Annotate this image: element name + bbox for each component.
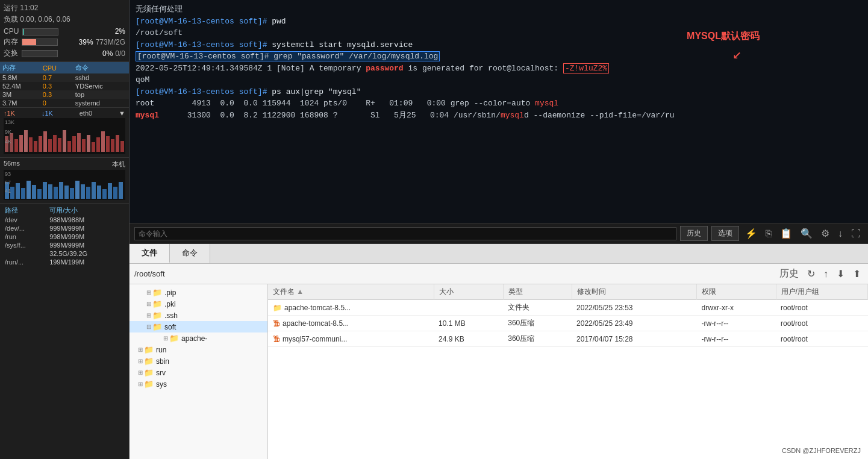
svg-rect-25 — [120, 141, 124, 152]
svg-rect-7 — [34, 141, 37, 152]
svg-rect-20 — [96, 137, 100, 152]
terminal-line: [root@VM-16-13-centos soft]# ps aux|grep… — [136, 86, 862, 98]
svg-rect-21 — [101, 131, 105, 152]
file-perms: drwxr-xr-x — [697, 300, 776, 316]
fm-download-icon[interactable]: ⬇ — [834, 267, 847, 281]
terminal-lines: 无须任何处理[root@VM-16-13-centos soft]# pwd/r… — [136, 4, 862, 121]
process-row[interactable]: 3M0.3top — [0, 90, 129, 99]
tree-item[interactable]: ⊞📁apache- — [130, 333, 267, 344]
disk-row: /dev/...999M/999M — [4, 224, 125, 233]
download-icon[interactable]: ↓ — [835, 227, 845, 240]
file-row[interactable]: 🗜mysql57-communi... 24.9 KB 360压缩 2017/0… — [268, 331, 868, 347]
disk-row: /run/...199M/199M — [4, 258, 125, 266]
folder-icon: 📁 — [152, 299, 162, 308]
tree-label: .ssh — [164, 311, 178, 320]
settings-icon[interactable]: ⚙ — [819, 226, 832, 240]
svg-rect-10 — [48, 139, 52, 152]
fm-col-4[interactable]: 权限 — [697, 284, 776, 300]
disk-table: 路径 可用/大小 /dev988M/988M/dev/...999M/999M/… — [4, 205, 125, 266]
folder-icon: 📁 — [144, 368, 154, 377]
svg-rect-40 — [59, 182, 63, 199]
options-button[interactable]: 选项 — [711, 226, 739, 241]
terminal-input[interactable] — [134, 227, 676, 240]
folder-icon: 📁 — [152, 322, 162, 331]
svg-rect-6 — [29, 137, 33, 152]
csdn-watermark: CSDN @ZJHFOREVERZJ — [782, 447, 861, 454]
tree-expand-icon[interactable]: ⊞ — [138, 346, 143, 353]
tree-item[interactable]: ⊞📁sys — [130, 378, 267, 390]
svg-rect-39 — [54, 187, 58, 199]
terminal-line: [root@VM-16-13-centos soft]# grep "passw… — [136, 51, 862, 63]
terminal-toolbar: 历史 选项 ⚡ ⎘ 📋 🔍 ⚙ ↓ ⛶ — [130, 223, 868, 244]
fm-history-button[interactable]: 历史 — [777, 266, 801, 281]
folder-icon: 📁 — [144, 357, 154, 366]
mysql-arrow: ↙ — [733, 45, 742, 63]
system-info: 运行 11:02 负载 0.00, 0.06, 0.06 CPU 2% 内存 3… — [0, 0, 129, 62]
memory-progress-fill — [22, 39, 36, 45]
process-row[interactable]: 52.4M0.3YDServic — [0, 82, 129, 90]
fm-refresh-icon[interactable]: ↻ — [805, 267, 817, 281]
fm-upload-icon[interactable]: ⬆ — [851, 267, 863, 281]
fm-col-3[interactable]: 修改时间 — [572, 284, 697, 300]
svg-text:41: 41 — [5, 188, 11, 194]
tree-expand-icon[interactable]: ⊞ — [138, 369, 143, 376]
net-dropdown-icon[interactable]: ▼ — [119, 110, 125, 117]
mysql-annotation: MYSQL默认密码 — [687, 30, 760, 43]
net-up-label: ↓1K — [42, 110, 53, 117]
lightning-icon[interactable]: ⚡ — [743, 226, 760, 240]
fm-file-list: 文件名 ▲大小类型修改时间权限用户/用户组 📁apache-tomcat-8.5… — [268, 284, 868, 459]
tree-item[interactable]: ⊞📁sbin — [130, 355, 267, 367]
disk-row: /dev988M/988M — [4, 216, 125, 224]
disk-row: /sys/f...999M/999M — [4, 241, 125, 249]
svg-text:93: 93 — [5, 171, 11, 177]
svg-rect-50 — [113, 187, 117, 199]
svg-rect-47 — [97, 186, 101, 199]
file-name: 🗜mysql57-communi... — [268, 331, 434, 347]
proc-col-cmd: 命令 — [73, 62, 129, 73]
svg-rect-45 — [86, 187, 90, 199]
disk-row: /run998M/999M — [4, 233, 125, 241]
fm-col-5[interactable]: 用户/用户组 — [776, 284, 867, 300]
fm-col-2[interactable]: 类型 — [503, 284, 572, 300]
svg-rect-31 — [10, 187, 14, 199]
tab-files[interactable]: 文件 — [130, 244, 170, 263]
cpu-progress-fill — [23, 29, 23, 35]
tree-expand-icon[interactable]: ⊞ — [146, 301, 151, 307]
memory-value: 39% — [79, 38, 93, 46]
tree-expand-icon[interactable]: ⊞ — [146, 312, 151, 319]
svg-rect-12 — [58, 138, 61, 152]
tree-expand-icon[interactable]: ⊞ — [138, 381, 143, 387]
file-row[interactable]: 🗜apache-tomcat-8.5... 10.1 MB 360压缩 2022… — [268, 316, 868, 331]
svg-text:4K: 4K — [5, 139, 11, 145]
file-perms: -rw-r--r-- — [697, 331, 776, 347]
file-row[interactable]: 📁apache-tomcat-8.5... 文件夹 2022/05/25 23:… — [268, 300, 868, 316]
tree-item[interactable]: ⊞📁srv — [130, 367, 267, 378]
tab-commands[interactable]: 命令 — [170, 244, 210, 263]
tree-item[interactable]: ⊞📁.ssh — [130, 310, 267, 321]
process-section: 内存 CPU 命令 5.8M0.7sshd52.4M0.3YDServic3M0… — [0, 62, 129, 108]
tree-expand-icon[interactable]: ⊞ — [138, 358, 143, 364]
tree-item[interactable]: ⊞📁.pki — [130, 298, 267, 310]
tree-expand-icon[interactable]: ⊟ — [146, 323, 151, 330]
tree-item[interactable]: ⊞📁run — [130, 344, 267, 355]
svg-rect-35 — [32, 185, 36, 199]
tree-item[interactable]: ⊟📁soft — [130, 321, 267, 333]
fm-col-0[interactable]: 文件名 ▲ — [268, 284, 434, 300]
copy-icon[interactable]: ⎘ — [763, 227, 774, 240]
load-label: 负载 0.00, 0.06, 0.06 — [4, 14, 70, 25]
folder-icon: 📁 — [152, 288, 162, 297]
fm-up-icon[interactable]: ↑ — [821, 267, 831, 281]
clipboard-icon[interactable]: 📋 — [778, 226, 795, 240]
search-icon[interactable]: 🔍 — [798, 226, 815, 240]
svg-rect-37 — [43, 182, 47, 199]
history-button[interactable]: 历史 — [680, 226, 708, 241]
tree-expand-icon[interactable]: ⊞ — [146, 289, 151, 296]
process-row[interactable]: 3.7M0systemd — [0, 99, 129, 107]
tree-expand-icon[interactable]: ⊞ — [163, 335, 168, 342]
fullscreen-icon[interactable]: ⛶ — [849, 227, 863, 240]
svg-rect-14 — [67, 141, 71, 152]
fm-col-1[interactable]: 大小 — [434, 284, 503, 300]
net-header: ↑1K ↓1K eth0 ▼ — [4, 110, 125, 117]
tree-item[interactable]: ⊞📁.pip — [130, 287, 267, 298]
process-row[interactable]: 5.8M0.7sshd — [0, 73, 129, 82]
